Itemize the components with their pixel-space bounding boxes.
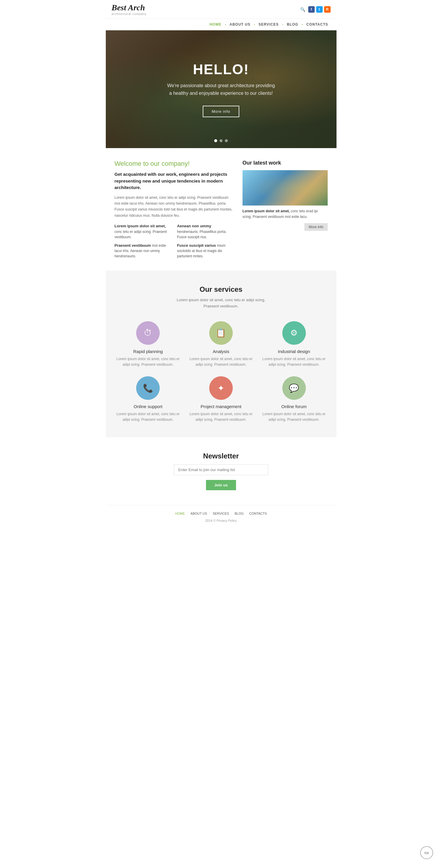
services-desc: Lorem ipsum dolor sit amet, conc tetu er… (115, 297, 328, 309)
service-analysis: 📋 Analysis Lorem ipsum dolor sit amet, c… (187, 321, 255, 368)
industrial-design-desc: Lorem ipsum dolor sit amet, conc tetu er… (261, 356, 328, 368)
hero-section: HELLO! We're passionate about great arch… (106, 30, 336, 148)
grid-item-1: Lorem ipsum dolor sit amet, conc tetu er… (115, 223, 171, 240)
latest-title: Our latest work (242, 160, 328, 166)
grid-item-3: Praesent vestibuum mol estie lacui irhs.… (115, 243, 171, 259)
logo-sub: architectural company (112, 12, 147, 16)
analysis-desc: Lorem ipsum dolor sit amet, conc tetu er… (187, 356, 255, 368)
online-support-desc: Lorem ipsum dolor sit amet, conc tetu er… (115, 411, 182, 423)
nav-item-blog[interactable]: BLOG (284, 21, 300, 28)
join-button[interactable]: Join us (206, 480, 236, 490)
newsletter-email-input[interactable] (174, 464, 268, 475)
social-icons: f t R (308, 6, 331, 13)
footer-nav: HOME · ABOUT US · SERVICES · BLOG · CONT… (115, 511, 328, 516)
service-industrial-design: ⚙ Industrial design Lorem ipsum dolor si… (261, 321, 328, 368)
nav-separator: ● (282, 24, 284, 25)
footer-wrap: HOME · ABOUT US · SERVICES · BLOG · CONT… (106, 505, 336, 527)
footer-nav-sep: · (246, 511, 247, 516)
nav-item-services[interactable]: SERVICES (256, 21, 281, 28)
footer-nav-sep: · (209, 511, 210, 516)
online-forum-name: Online forum (282, 404, 307, 409)
service-rapid-planning: ⏱ Rapid planning Lorem ipsum dolor sit a… (115, 321, 182, 368)
grid-item-4: Fusce suscipit varius mium sociiotdn at … (177, 243, 234, 259)
logo-text: Best Arch (112, 3, 147, 12)
welcome-title: Welcome to our company! (115, 160, 234, 167)
facebook-icon[interactable]: f (308, 6, 315, 13)
latest-work-column: Our latest work Lorem ipsum dolor sit am… (242, 160, 328, 259)
rapid-planning-icon: ⏱ (136, 321, 160, 345)
services-grid: ⏱ Rapid planning Lorem ipsum dolor sit a… (115, 321, 328, 423)
project-management-name: Project management (201, 404, 241, 409)
grid-item-2: Aenean non ummy hendreriauris. Phasellll… (177, 223, 234, 240)
main-nav: HOME ● ABOUT US ● SERVICES ● BLOG ● CONT… (106, 19, 336, 30)
logo-area: Best Arch architectural company (112, 3, 147, 16)
main-section: Welcome to our company! Get acquainted w… (106, 148, 336, 271)
rapid-planning-name: Rapid planning (133, 349, 163, 354)
nav-separator: ● (225, 24, 226, 25)
hero-dot-1[interactable] (214, 139, 217, 142)
more-info-button[interactable]: More info (304, 223, 327, 231)
footer-nav-sep: · (187, 511, 188, 516)
welcome-subtitle: Get acquainted with our work, engineers … (115, 171, 234, 191)
analysis-name: Analysis (213, 349, 229, 354)
footer-nav-about[interactable]: ABOUT US (189, 511, 208, 516)
service-project-management: ✦ Project management Lorem ipsum dolor s… (187, 376, 255, 423)
services-title: Our services (115, 285, 328, 293)
hero-subtitle: We're passionate about great architectur… (167, 82, 275, 97)
footer: HOME · ABOUT US · SERVICES · BLOG · CONT… (106, 505, 336, 527)
service-online-forum: 💬 Online forum Lorem ipsum dolor sit ame… (261, 376, 328, 423)
twitter-icon[interactable]: t (316, 6, 323, 13)
latest-image-detail (242, 170, 328, 206)
header-right: 🔍 f t R (300, 6, 331, 13)
rss-icon[interactable]: R (324, 6, 331, 13)
online-forum-desc: Lorem ipsum dolor sit amet, conc tetu er… (261, 411, 328, 423)
hero-cta-button[interactable]: More info (203, 106, 239, 117)
footer-nav-blog[interactable]: BLOG (233, 511, 245, 516)
search-icon[interactable]: 🔍 (300, 7, 305, 12)
nav-item-about[interactable]: ABOUT US (227, 21, 253, 28)
welcome-body: Lorem ipsum dolor sit amet, conc tetu er… (115, 195, 234, 219)
online-support-name: Online support (134, 404, 163, 409)
online-support-icon: 📞 (136, 376, 160, 400)
nav-separator: ● (302, 24, 303, 25)
hero-dot-2[interactable] (219, 139, 223, 142)
industrial-design-icon: ⚙ (282, 321, 306, 345)
analysis-icon: 📋 (209, 321, 233, 345)
hero-dot-3[interactable] (225, 139, 228, 142)
hero-title: HELLO! (167, 61, 275, 78)
welcome-column: Welcome to our company! Get acquainted w… (115, 160, 234, 259)
footer-nav-contacts[interactable]: CONTACTS (248, 511, 268, 516)
latest-image (242, 170, 328, 206)
newsletter-title: Newsletter (115, 452, 328, 460)
footer-nav-services[interactable]: SERVICES (212, 511, 230, 516)
latest-desc: Lorem ipsum dolor sit amet, conc tetu er… (242, 209, 328, 220)
project-management-icon: ✦ (209, 376, 233, 400)
nav-item-home[interactable]: HOME (207, 21, 224, 28)
services-section: Our services Lorem ipsum dolor sit amet,… (106, 271, 336, 437)
footer-copyright: 2014 © Privacy Policy (115, 519, 328, 522)
hero-dots (214, 139, 228, 142)
rapid-planning-desc: Lorem ipsum dolor sit amet, conc tetu er… (115, 356, 182, 368)
online-forum-icon: 💬 (282, 376, 306, 400)
header: Best Arch architectural company 🔍 f t R (106, 0, 336, 19)
nav-separator: ● (254, 24, 255, 25)
footer-nav-sep: · (231, 511, 232, 516)
hero-content: HELLO! We're passionate about great arch… (167, 61, 275, 117)
service-online-support: 📞 Online support Lorem ipsum dolor sit a… (115, 376, 182, 423)
newsletter-section: Newsletter Join us (106, 437, 336, 505)
industrial-design-name: Industrial design (278, 349, 310, 354)
welcome-grid: Lorem ipsum dolor sit amet, conc tetu er… (115, 223, 234, 259)
footer-nav-home[interactable]: HOME (174, 511, 186, 516)
nav-item-contacts[interactable]: CONTACTS (304, 21, 331, 28)
project-management-desc: Lorem ipsum dolor sit amet, conc tetu er… (187, 411, 255, 423)
